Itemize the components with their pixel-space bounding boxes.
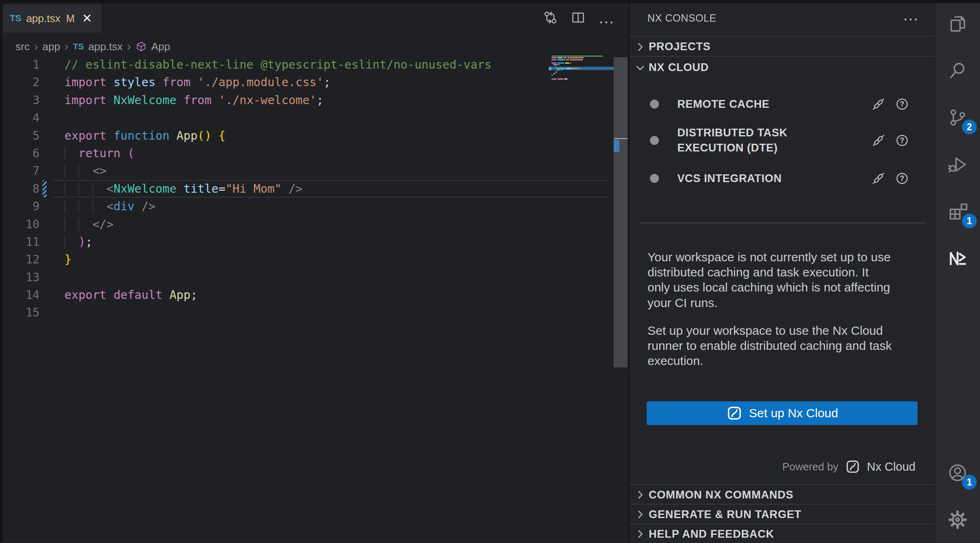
- plug-icon[interactable]: [871, 97, 885, 111]
- split-editor-icon[interactable]: [570, 10, 586, 25]
- line-number: 10: [0, 216, 40, 233]
- code-line-text[interactable]: <div />: [64, 198, 155, 215]
- feature-label: REMOTE CACHE: [677, 97, 828, 112]
- activity-item-explorer[interactable]: [935, 0, 980, 47]
- window-edge: [0, 0, 2, 543]
- breadcrumb-item-app-tsx[interactable]: app.tsx: [89, 40, 123, 53]
- section-projects[interactable]: PROJECTS: [630, 36, 934, 57]
- breadcrumb-item-app[interactable]: app: [42, 40, 60, 53]
- code-line-text[interactable]: <NxWelcome title="Hi Mom" />: [64, 180, 302, 198]
- minimap-line: [550, 75, 614, 76]
- code-line-text[interactable]: import styles from './app.module.css';: [64, 73, 330, 91]
- description-line: execution.: [647, 353, 922, 368]
- code-line: 5export function App() {: [0, 127, 614, 145]
- minimap-line: [550, 68, 614, 69]
- open-changes-icon[interactable]: [543, 10, 558, 25]
- activity-item-search[interactable]: [935, 47, 980, 94]
- more-actions-icon[interactable]: …: [598, 13, 615, 22]
- minimap[interactable]: [550, 56, 614, 82]
- line-number: 11: [0, 233, 40, 251]
- overview-modified-marker: [614, 140, 619, 152]
- panel-more-actions-icon[interactable]: …: [902, 6, 920, 24]
- search-icon: [947, 60, 968, 81]
- code-line-text[interactable]: <>: [64, 162, 106, 180]
- tab-filename: app.tsx: [26, 12, 60, 25]
- minimap-line: [550, 73, 614, 74]
- status-dot-icon: [650, 174, 659, 183]
- code-line-text[interactable]: // eslint-disable-next-line @typescript-…: [64, 56, 492, 73]
- description-line: Set up your workspace to use the Nx Clou…: [647, 323, 922, 338]
- minimap-line: [550, 80, 614, 81]
- setup-nx-cloud-button[interactable]: Set up Nx Cloud: [647, 401, 918, 425]
- minimap-line: [550, 77, 614, 78]
- section-nx-cloud[interactable]: NX CLOUD: [630, 56, 934, 78]
- breadcrumb-separator: ›: [64, 40, 68, 53]
- activity-item-accounts[interactable]: 1: [935, 449, 980, 496]
- settings-icon: [947, 510, 968, 530]
- code-line-text[interactable]: return (: [64, 145, 135, 162]
- section-help-and-feedback[interactable]: HELP AND FEEDBACK: [630, 523, 934, 543]
- minimap-line: [550, 66, 614, 67]
- activity-bar-top: 21: [935, 0, 980, 282]
- plug-icon[interactable]: [871, 171, 885, 185]
- editor-scrollbar[interactable]: [614, 57, 627, 367]
- code-line-text[interactable]: export default App;: [64, 286, 197, 304]
- breadcrumb-item-src[interactable]: src: [16, 40, 30, 53]
- code-line-text[interactable]: export function App() {: [64, 127, 226, 145]
- code-line: 6 return (: [0, 145, 614, 162]
- line-number: 8: [0, 180, 40, 198]
- section-generate-run-target[interactable]: GENERATE & RUN TARGET: [630, 504, 934, 524]
- plug-icon[interactable]: [871, 134, 885, 147]
- section-label: GENERATE & RUN TARGET: [649, 508, 801, 521]
- section-label: PROJECTS: [649, 40, 711, 53]
- gutter-modified-indicator: [42, 180, 47, 197]
- code-line: 8 <NxWelcome title="Hi Mom" />: [0, 180, 614, 198]
- code-line: 12}: [0, 251, 614, 268]
- description-paragraph: Your workspace is not currently set up t…: [647, 249, 922, 310]
- feature-actions: ?: [871, 97, 909, 111]
- code-line: 2import styles from './app.module.css';: [0, 73, 614, 91]
- minimap-line: [550, 78, 614, 80]
- help-icon[interactable]: ?: [895, 171, 909, 185]
- nx-cloud-description: Your workspace is not currently set up t…: [647, 249, 922, 381]
- code-line-text[interactable]: }: [64, 251, 71, 268]
- code-editor[interactable]: 1// eslint-disable-next-line @typescript…: [0, 56, 614, 322]
- code-line: 13: [0, 269, 614, 286]
- code-line-text[interactable]: import NxWelcome from './nx-welcome';: [64, 91, 324, 109]
- section-label: NX CLOUD: [649, 61, 709, 74]
- svg-text:?: ?: [900, 100, 905, 108]
- status-dot-icon: [650, 136, 659, 145]
- chev-right-icon: [634, 509, 646, 520]
- activity-item-nx-console[interactable]: [935, 235, 980, 282]
- activity-bar-bottom: 1: [935, 449, 980, 543]
- line-number: 13: [0, 269, 40, 286]
- code-line-text[interactable]: );: [64, 233, 93, 251]
- feature-label: DISTRIBUTED TASK EXECUTION (DTE): [677, 125, 828, 156]
- code-line: 4: [0, 109, 614, 127]
- panel-title: NX CONSOLE: [647, 12, 716, 24]
- section-label: COMMON NX COMMANDS: [649, 489, 794, 501]
- run-and-debug-icon: [947, 154, 968, 175]
- activity-item-extensions[interactable]: 1: [935, 188, 980, 235]
- close-tab-icon[interactable]: ✕: [82, 12, 92, 24]
- code-line-text[interactable]: </>: [64, 216, 113, 233]
- tab-app-tsx[interactable]: TS app.tsx M ✕: [3, 4, 101, 33]
- minimap-line: [550, 62, 614, 64]
- chevron-down-icon: [634, 62, 646, 73]
- help-icon[interactable]: ?: [895, 97, 909, 111]
- section-common-nx-commands[interactable]: COMMON NX COMMANDS: [630, 484, 934, 505]
- setup-button-label: Set up Nx Cloud: [749, 406, 838, 420]
- activity-item-source-control[interactable]: 2: [935, 94, 980, 141]
- help-icon[interactable]: ?: [895, 134, 909, 147]
- activity-item-settings[interactable]: [935, 496, 980, 543]
- minimap-line: [550, 71, 614, 73]
- code-line: 1// eslint-disable-next-line @typescript…: [0, 56, 614, 73]
- typescript-file-icon: TS: [10, 13, 21, 24]
- panel-divider: [639, 223, 925, 223]
- line-number: 15: [0, 304, 40, 321]
- feature-actions: ?: [871, 171, 909, 185]
- breadcrumb-item-app[interactable]: App: [151, 40, 170, 53]
- code-line: 3import NxWelcome from './nx-welcome';: [0, 91, 614, 109]
- nx-cloud-brand-label: Nx Cloud: [867, 460, 916, 474]
- activity-item-run-and-debug[interactable]: [935, 141, 980, 188]
